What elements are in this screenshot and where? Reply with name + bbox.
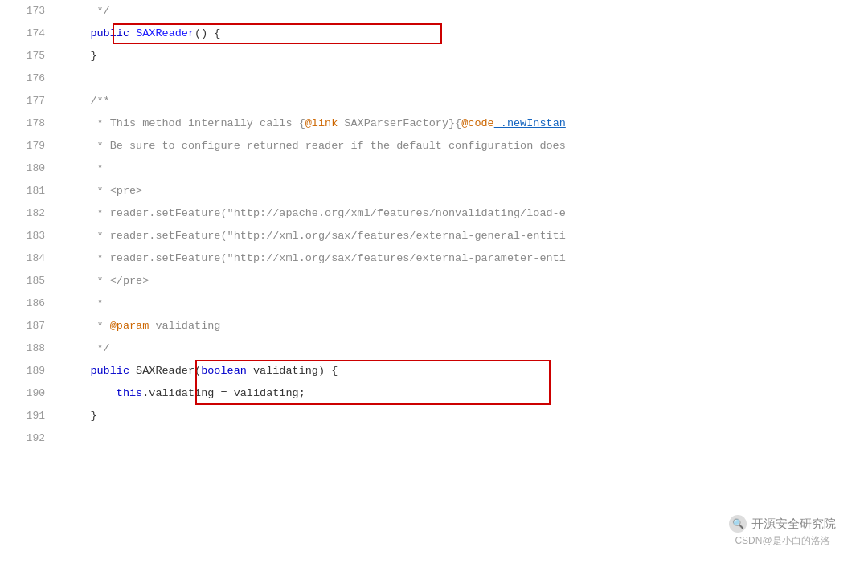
code-line-187: 187 * @param validating <box>0 315 868 337</box>
code-viewer: 173 */174 public SAXReader() {175 }176 1… <box>0 0 868 588</box>
token: SAXParserFactory}{ <box>338 117 461 129</box>
token: * <box>64 162 104 174</box>
line-content: * @param validating <box>58 315 868 337</box>
line-content: * reader.setFeature("http://apache.org/x… <box>58 202 868 225</box>
line-number: 181 <box>0 180 58 202</box>
code-line-190: 190 this.validating = validating; <box>0 382 868 405</box>
token: validating <box>149 320 220 332</box>
token: * This method internally calls { <box>64 117 305 129</box>
token: SAXReader( <box>129 365 201 377</box>
code-line-176: 176 <box>0 67 868 90</box>
line-number: 177 <box>0 90 58 112</box>
code-line-180: 180 * <box>0 157 868 180</box>
code-line-179: 179 * Be sure to configure returned read… <box>0 135 868 157</box>
token: () { <box>194 27 220 39</box>
line-content <box>58 427 868 450</box>
token: } <box>64 50 97 62</box>
line-content: public SAXReader() { <box>58 22 868 45</box>
watermark-sub: CSDN@是小白的洛洛 <box>729 534 836 548</box>
token: * Be sure to configure returned reader i… <box>64 140 566 152</box>
token: .newInstan <box>494 117 566 129</box>
code-line-191: 191 } <box>0 405 868 427</box>
line-number: 173 <box>0 0 58 22</box>
token: @param <box>110 320 149 332</box>
token: * </pre> <box>64 275 149 287</box>
token: @link <box>305 117 338 129</box>
code-line-183: 183 * reader.setFeature("http://xml.org/… <box>0 225 868 247</box>
line-number: 187 <box>0 315 58 337</box>
code-line-188: 188 */ <box>0 337 868 360</box>
line-content <box>58 67 868 90</box>
token: * <pre> <box>64 185 142 197</box>
line-number: 192 <box>0 427 58 450</box>
watermark-icon: 🔍 <box>729 515 747 533</box>
token: */ <box>64 5 110 17</box>
line-content: public SAXReader(boolean validating) { <box>58 360 868 382</box>
line-content: * <box>58 292 868 315</box>
code-lines: 173 */174 public SAXReader() {175 }176 1… <box>0 0 868 450</box>
token <box>64 387 117 399</box>
line-number: 174 <box>0 22 58 45</box>
line-number: 188 <box>0 337 58 360</box>
line-content: * reader.setFeature("http://xml.org/sax/… <box>58 247 868 270</box>
token: boolean <box>201 365 247 377</box>
line-content: * </pre> <box>58 270 868 292</box>
code-line-174: 174 public SAXReader() { <box>0 22 868 45</box>
token: public <box>90 27 129 39</box>
line-number: 175 <box>0 45 58 67</box>
token: this <box>117 387 142 399</box>
line-content: */ <box>58 337 868 360</box>
line-content: */ <box>58 0 868 22</box>
line-content: this.validating = validating; <box>58 382 868 405</box>
token: public <box>90 365 129 377</box>
line-number: 189 <box>0 360 58 382</box>
token: } <box>64 410 97 422</box>
line-content: } <box>58 45 868 67</box>
token <box>64 27 90 39</box>
token: .validating = validating; <box>142 387 305 399</box>
token: /** <box>64 95 110 107</box>
line-number: 179 <box>0 135 58 157</box>
token: * <box>64 297 104 309</box>
line-number: 186 <box>0 292 58 315</box>
code-line-186: 186 * <box>0 292 868 315</box>
line-number: 191 <box>0 405 58 427</box>
line-number: 178 <box>0 112 58 135</box>
line-number: 180 <box>0 157 58 180</box>
code-line-181: 181 * <pre> <box>0 180 868 202</box>
line-content: * This method internally calls {@link SA… <box>58 112 868 135</box>
line-content: * reader.setFeature("http://xml.org/sax/… <box>58 225 868 247</box>
highlight-group-189-190: 189 public SAXReader(boolean validating)… <box>0 360 868 405</box>
token: validating) { <box>247 365 338 377</box>
code-line-177: 177 /** <box>0 90 868 112</box>
token: * reader.setFeature("http://xml.org/sax/… <box>64 252 566 264</box>
line-number: 176 <box>0 67 58 90</box>
code-line-175: 175 } <box>0 45 868 67</box>
line-number: 184 <box>0 247 58 270</box>
line-number: 190 <box>0 382 58 405</box>
code-line-192: 192 <box>0 427 868 450</box>
token: @code <box>461 117 494 129</box>
code-line-182: 182 * reader.setFeature("http://apache.o… <box>0 202 868 225</box>
token <box>64 365 90 377</box>
code-line-178: 178 * This method internally calls {@lin… <box>0 112 868 135</box>
line-content: /** <box>58 90 868 112</box>
line-content: } <box>58 405 868 427</box>
token <box>129 27 136 39</box>
line-content: * Be sure to configure returned reader i… <box>58 135 868 157</box>
token: SAXReader <box>136 27 194 39</box>
code-line-189: 189 public SAXReader(boolean validating)… <box>0 360 868 382</box>
watermark: 🔍 开源安全研究院 CSDN@是小白的洛洛 <box>729 515 836 548</box>
token: */ <box>64 342 110 354</box>
line-number: 183 <box>0 225 58 247</box>
watermark-title: 开源安全研究院 <box>751 517 836 532</box>
line-number: 185 <box>0 270 58 292</box>
line-content: * <box>58 157 868 180</box>
token: * reader.setFeature("http://xml.org/sax/… <box>64 230 566 242</box>
code-line-173: 173 */ <box>0 0 868 22</box>
code-line-185: 185 * </pre> <box>0 270 868 292</box>
line-number: 182 <box>0 202 58 225</box>
token: * <box>64 320 110 332</box>
token: * reader.setFeature("http://apache.org/x… <box>64 207 566 219</box>
line-content: * <pre> <box>58 180 868 202</box>
